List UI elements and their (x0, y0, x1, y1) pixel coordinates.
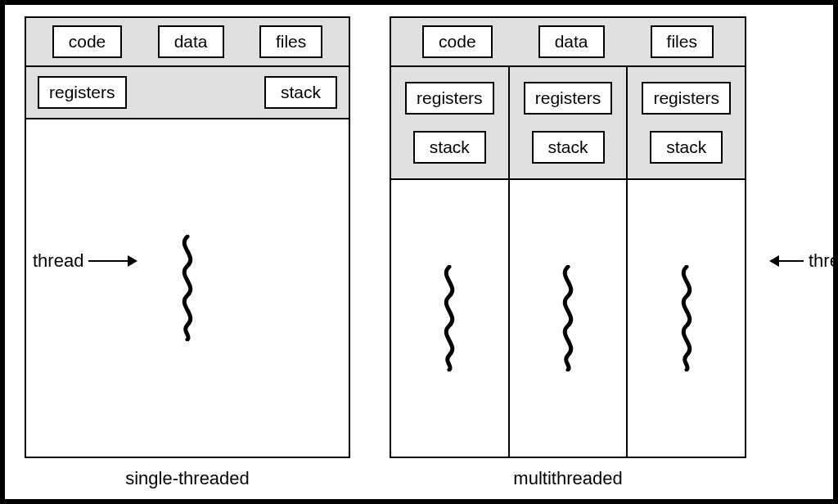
arrow-right-icon (88, 260, 136, 262)
code-segment-box: code (422, 25, 493, 58)
perthread-row: registers stack (26, 67, 349, 119)
thread-label-text: thread (33, 250, 83, 272)
thread-label-text: thread (809, 250, 838, 272)
thread-squiggle-icon (175, 235, 200, 341)
thread-annotation-left: thread (33, 250, 136, 272)
registers-box: registers (405, 82, 494, 115)
registers-box: registers (38, 76, 127, 109)
multithreaded-process: code data files registers stack register… (390, 16, 746, 458)
stack-box: stack (650, 131, 723, 164)
registers-box: registers (524, 82, 613, 115)
thread-squiggle-icon (437, 265, 462, 371)
shared-segment-row: code data files (26, 18, 349, 67)
perthread-cell: registers stack (510, 67, 627, 180)
thread-column: registers stack (391, 67, 508, 457)
shared-segment-row: code data files (391, 18, 745, 67)
thread-body (628, 180, 745, 457)
thread-columns: registers stack registers stack (391, 67, 745, 457)
thread-body (26, 119, 349, 457)
thread-squiggle-icon (556, 265, 580, 371)
data-segment-box: data (538, 25, 605, 58)
perthread-cell: registers stack (628, 67, 745, 180)
code-segment-box: code (52, 25, 123, 58)
stack-box: stack (264, 76, 337, 109)
perthread-cell: registers stack (391, 67, 508, 180)
multi-caption: multithreaded (390, 468, 746, 489)
registers-box: registers (642, 82, 731, 115)
files-segment-box: files (651, 25, 714, 58)
arrow-left-icon (771, 260, 804, 262)
stack-box: stack (413, 131, 486, 164)
data-segment-box: data (158, 25, 224, 58)
singlethreaded-process: code data files registers stack (25, 16, 350, 458)
diagram-frame: code data files registers stack code dat… (0, 0, 838, 504)
single-caption: single-threaded (25, 468, 350, 489)
thread-annotation-right: thread (771, 250, 838, 272)
thread-column: registers stack (626, 67, 745, 457)
thread-squiggle-icon (674, 265, 699, 371)
files-segment-box: files (259, 25, 322, 58)
stack-box: stack (532, 131, 605, 164)
thread-body (391, 180, 508, 457)
thread-body (510, 180, 627, 457)
thread-column: registers stack (508, 67, 627, 457)
